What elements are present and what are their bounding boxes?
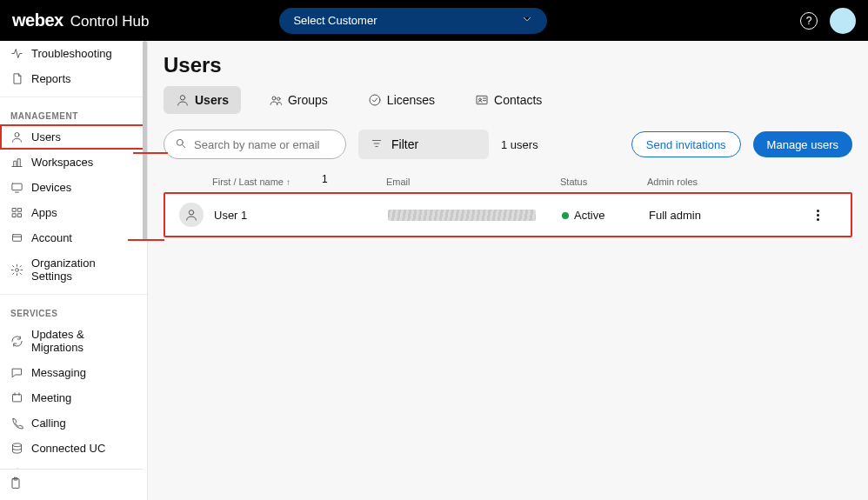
device-icon xyxy=(10,181,23,194)
sidebar-item-connected-uc[interactable]: Connected UC xyxy=(0,436,147,461)
svg-rect-8 xyxy=(13,395,22,402)
tab-licenses[interactable]: Licenses xyxy=(356,86,447,114)
help-icon[interactable]: ? xyxy=(800,12,818,30)
document-icon xyxy=(10,72,23,85)
sidebar-item-calling[interactable]: Calling xyxy=(0,410,147,436)
svg-point-0 xyxy=(15,133,19,137)
tab-label: Licenses xyxy=(387,93,435,107)
clipboard-icon[interactable] xyxy=(9,480,23,493)
user-avatar-icon xyxy=(179,203,204,227)
topbar-right: ? xyxy=(800,8,856,34)
chevron-down-icon xyxy=(521,13,533,28)
svg-point-19 xyxy=(189,210,193,215)
tab-label: Users xyxy=(195,93,229,107)
section-header-services: SERVICES xyxy=(0,300,147,322)
sidebar-item-messaging[interactable]: Messaging xyxy=(0,360,147,385)
send-invitations-button[interactable]: Send invitations xyxy=(631,131,741,157)
cell-status: Active xyxy=(562,209,649,222)
manage-users-button[interactable]: Manage users xyxy=(753,131,852,157)
tab-groups[interactable]: Groups xyxy=(257,86,340,114)
sidebar-item-org-settings[interactable]: Organization Settings xyxy=(0,250,147,289)
scrollbar[interactable] xyxy=(143,41,147,500)
sidebar-item-meeting[interactable]: Meeting xyxy=(0,385,147,410)
search-input[interactable] xyxy=(194,138,340,151)
tab-label: Contacts xyxy=(494,93,542,107)
cell-roles: Full admin xyxy=(649,209,811,222)
tab-contacts[interactable]: Contacts xyxy=(463,86,554,114)
sidebar-item-reports[interactable]: Reports xyxy=(0,66,147,91)
filter-icon xyxy=(371,137,383,152)
tabs: Users Groups Licenses Contacts xyxy=(164,86,852,114)
col-status[interactable]: Status xyxy=(560,177,647,187)
search-icon xyxy=(175,137,187,152)
svg-point-12 xyxy=(180,96,184,100)
svg-rect-2 xyxy=(13,209,17,212)
svg-point-7 xyxy=(16,268,19,271)
sidebar-item-label: Workspaces xyxy=(31,156,93,169)
sidebar-item-label: Reports xyxy=(31,72,71,85)
redacted-email xyxy=(388,210,536,221)
sidebar-item-label: Updates & Migrations xyxy=(31,328,137,354)
tab-users[interactable]: Users xyxy=(164,86,241,114)
cell-name: User 1 xyxy=(214,209,388,222)
sidebar-item-label: Users xyxy=(31,130,61,143)
row-actions-menu[interactable] xyxy=(811,208,825,222)
sidebar-item-apps[interactable]: Apps xyxy=(0,200,147,225)
sidebar-item-troubleshooting[interactable]: Troubleshooting xyxy=(0,41,147,66)
search-box[interactable] xyxy=(164,130,346,159)
svg-rect-4 xyxy=(13,214,17,217)
sidebar-item-label: Messaging xyxy=(31,366,86,379)
sidebar-item-label: Apps xyxy=(31,206,57,219)
svg-point-14 xyxy=(277,97,280,100)
sidebar-item-devices[interactable]: Devices xyxy=(0,175,147,200)
sidebar-item-workspaces[interactable]: Workspaces xyxy=(0,150,147,175)
table-row[interactable]: User 1 Active Full admin xyxy=(164,192,852,237)
filter-label: Filter xyxy=(391,137,418,151)
sidebar-item-users[interactable]: Users xyxy=(0,124,147,150)
sidebar-item-updates[interactable]: Updates & Migrations xyxy=(0,322,147,360)
sidebar-footer xyxy=(0,469,143,500)
sidebar-item-label: Devices xyxy=(31,181,71,194)
sidebar: Troubleshooting Reports MANAGEMENT Users… xyxy=(0,41,148,500)
svg-rect-5 xyxy=(18,214,22,217)
sidebar-item-label: Organization Settings xyxy=(31,257,137,283)
message-icon xyxy=(10,366,23,379)
brand: webex Control Hub xyxy=(12,10,149,30)
sidebar-item-label: Connected UC xyxy=(31,442,105,455)
refresh-icon xyxy=(10,335,23,348)
filter-button[interactable]: Filter xyxy=(358,130,489,159)
account-icon xyxy=(10,231,23,244)
apps-icon xyxy=(10,206,23,219)
phone-icon xyxy=(10,417,23,430)
customer-select[interactable]: Select Customer xyxy=(279,8,547,34)
tab-label: Groups xyxy=(288,93,328,107)
license-icon xyxy=(368,93,382,107)
svg-point-18 xyxy=(177,139,183,145)
user-count: 1 users xyxy=(501,138,538,151)
topbar: webex Control Hub Select Customer ? xyxy=(0,0,868,41)
user-icon xyxy=(10,130,23,143)
divider xyxy=(0,97,147,97)
svg-rect-3 xyxy=(18,209,22,212)
sidebar-item-account[interactable]: Account xyxy=(0,225,147,250)
svg-rect-16 xyxy=(477,96,487,103)
contacts-icon xyxy=(475,93,489,107)
users-table: First / Last name↑ Email Status Admin ro… xyxy=(164,171,852,237)
col-email[interactable]: Email xyxy=(386,177,560,187)
sidebar-item-label: Troubleshooting xyxy=(31,47,112,60)
page-title: Users xyxy=(164,53,852,77)
meeting-icon xyxy=(10,391,23,404)
gear-icon xyxy=(10,263,23,277)
toolbar: Filter 1 users Send invitations Manage u… xyxy=(164,130,852,159)
user-icon xyxy=(176,93,190,107)
svg-point-9 xyxy=(13,443,22,447)
activity-icon xyxy=(10,47,23,60)
col-name[interactable]: First / Last name↑ xyxy=(212,177,386,187)
brand-logo: webex xyxy=(12,10,63,30)
svg-point-17 xyxy=(479,98,482,101)
col-roles[interactable]: Admin roles xyxy=(647,177,812,187)
group-icon xyxy=(269,93,283,107)
cell-email xyxy=(388,210,562,221)
stack-icon xyxy=(10,442,23,455)
avatar[interactable] xyxy=(830,8,856,34)
